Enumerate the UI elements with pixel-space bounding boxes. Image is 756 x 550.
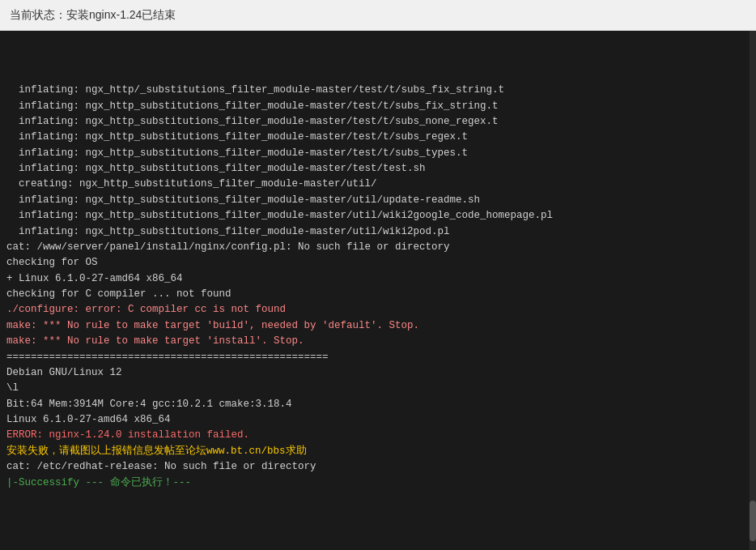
terminal-line: ERROR: nginx-1.24.0 installation failed. — [6, 428, 750, 443]
top-bar: 当前状态：安装nginx-1.24已结束 — [0, 0, 756, 31]
terminal-output: inflating: ngx_http/_substitutions_filte… — [0, 31, 756, 550]
terminal-line: Debian GNU/Linux 12 — [6, 365, 750, 381]
terminal-line: Linux 6.1.0-27-amd64 x86_64 — [6, 412, 750, 428]
terminal-line: make: *** No rule to make target 'build'… — [6, 318, 750, 334]
terminal-line: inflating: ngx_http_substitutions_filter… — [6, 193, 750, 208]
terminal-line: cat: /www/server/panel/install/nginx/con… — [6, 240, 750, 255]
terminal-line: inflating: ngx_http_substitutions_filter… — [6, 224, 750, 240]
terminal-line: inflating: ngx_http_substitutions_filter… — [6, 130, 750, 145]
terminal-line: inflating: ngx_http_substitutions_filter… — [6, 208, 750, 224]
terminal-line: inflating: ngx_http_substitutions_filter… — [6, 146, 750, 161]
terminal-line: inflating: ngx_http/_substitutions_filte… — [6, 83, 750, 98]
terminal-line: Bit:64 Mem:3914M Core:4 gcc:10.2.1 cmake… — [6, 397, 750, 412]
terminal-line: ========================================… — [6, 350, 750, 365]
terminal-line: cat: /etc/redhat-release: No such file o… — [6, 459, 750, 475]
scrollbar[interactable] — [750, 31, 756, 550]
terminal-line: inflating: ngx_http_substitutions_filter… — [6, 161, 750, 177]
terminal-line: 安装失败，请截图以上报错信息发帖至论坛www.bt.cn/bbs求助 — [6, 444, 750, 459]
terminal-line: inflating: ngx_http_substitutions_filter… — [6, 114, 750, 130]
scrollbar-thumb[interactable] — [750, 501, 756, 541]
terminal-line: checking for C compiler ... not found — [6, 287, 750, 302]
terminal-line: creating: ngx_http_substitutions_filter_… — [6, 177, 750, 192]
terminal-line: inflating: ngx_http_substitutions_filter… — [6, 99, 750, 114]
status-label: 当前状态：安装nginx-1.24已结束 — [10, 8, 176, 23]
terminal-line: |-Successify --- 命令已执行！--- — [6, 475, 750, 491]
terminal-line: ./configure: error: C compiler cc is not… — [6, 302, 750, 318]
terminal-line: \l — [6, 381, 750, 396]
terminal-line: checking for OS — [6, 255, 750, 271]
terminal-line: make: *** No rule to make target 'instal… — [6, 334, 750, 349]
terminal-line: + Linux 6.1.0-27-amd64 x86_64 — [6, 271, 750, 287]
